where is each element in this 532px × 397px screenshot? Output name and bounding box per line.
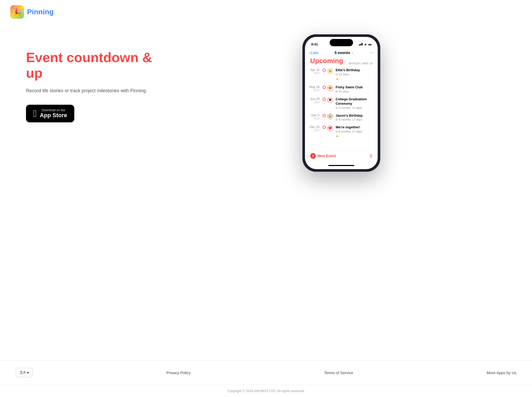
event-star-icon: ★: [336, 77, 374, 81]
event-month-day: Apr 10: [309, 68, 320, 72]
list-item[interactable]: Dec 15 2024 ❤️ We're together! In 8 mont…: [309, 125, 374, 138]
chevron-left-icon: ‹: [309, 51, 310, 55]
timeline-line: [324, 117, 324, 121]
timeline-line: [324, 101, 324, 105]
event-icon: 😀: [327, 114, 333, 119]
event-star-icon: ★: [336, 134, 374, 138]
event-year: 2024: [309, 89, 320, 92]
event-icon: 🎓: [327, 97, 333, 103]
translate-icon: 文A: [19, 370, 25, 375]
timeline-dot: [323, 126, 326, 129]
event-name: Fishy Swim Club: [336, 85, 374, 90]
app-icon: 🎉: [10, 5, 24, 19]
bottom-bar: + New Event ⚲: [305, 150, 378, 163]
timeline-line: [324, 89, 324, 93]
nav-center-title[interactable]: 5 events ⌄: [335, 50, 354, 55]
events-list: Apr 10 2024 😊 Ellie's Birthday In 23 day…: [309, 68, 374, 138]
event-name: We're together!: [336, 125, 374, 130]
wifi-icon: ▲: [364, 42, 367, 46]
site-header: 🎉 Pinning: [0, 0, 532, 24]
event-icon: 😊: [327, 68, 333, 74]
signal-bars-icon: [359, 43, 363, 45]
copyright-text: Copyright © 2024 ANYBOX LTD. All rights …: [0, 385, 532, 397]
nav-chevron-down-icon: ⌄: [351, 51, 354, 54]
status-icons: ▲ ▬: [359, 42, 371, 46]
plus-icon: +: [310, 153, 316, 159]
status-bar: 9:41 ▲ ▬: [305, 37, 378, 48]
battery-icon: ▬: [368, 42, 371, 46]
terms-of-service-link[interactable]: Terms of Service: [324, 370, 353, 375]
left-panel: Event countdown & up Record life stories…: [26, 34, 156, 122]
event-month-day: Dec 5: [309, 114, 320, 117]
nav-bar: ‹ Lists 5 events ⌄ ···: [305, 48, 378, 57]
list-item[interactable]: Jun 29 2024 🎓 College GraduationCeremony…: [309, 97, 374, 109]
event-countdown: In 3 months, 11 days: [336, 106, 374, 109]
event-month-day: Jun 29: [309, 97, 320, 101]
event-countdown: In 8 months, 17 days: [336, 118, 374, 121]
dynamic-island: [330, 39, 353, 46]
upcoming-title: Upcoming: [310, 57, 343, 65]
apple-logo-icon: : [33, 109, 37, 118]
more-apps-link[interactable]: More Apps by Us: [487, 370, 516, 375]
event-countdown: In 8 months, 27 days: [336, 130, 374, 133]
event-month-day: Dec 15: [309, 125, 320, 129]
list-item[interactable]: May 18 2024 🐠 Fishy Swim Club In 61 days: [309, 85, 374, 93]
privacy-policy-link[interactable]: Privacy Policy: [166, 370, 190, 375]
phone-screen: 9:41 ▲ ▬: [305, 37, 378, 169]
back-button[interactable]: ‹ Lists: [309, 51, 318, 55]
event-year: 2024: [309, 101, 320, 104]
event-name: College GraduationCeremony: [336, 97, 374, 106]
phone-mockup-container: 9:41 ▲ ▬: [177, 34, 506, 172]
timeline-dot: [323, 69, 326, 72]
timeline-line: [324, 72, 324, 76]
hero-title: Event countdown & up: [26, 50, 156, 81]
event-icon: ❤️: [327, 125, 333, 131]
lang-dropdown-chevron: ▾: [27, 370, 29, 375]
main-content: Event countdown & up Record life stories…: [0, 24, 532, 360]
event-year: 2024: [309, 72, 320, 75]
home-indicator: [328, 165, 354, 166]
back-label: Lists: [311, 51, 318, 55]
event-month-day: May 18: [309, 85, 320, 89]
screen-content: Upcoming MONDAY, MAR 18 Apr 10 2024 😊 El…: [305, 57, 378, 148]
upcoming-header: Upcoming MONDAY, MAR 18: [309, 57, 374, 65]
app-store-button[interactable]:  Download on the App Store: [26, 105, 74, 123]
app-name: Pinning: [27, 8, 54, 16]
more-options-button[interactable]: ···: [370, 50, 374, 55]
list-item[interactable]: Apr 10 2024 😊 Ellie's Birthday In 23 day…: [309, 68, 374, 81]
app-store-top-text: Download on the: [40, 108, 67, 112]
timeline-dot: [323, 98, 326, 101]
search-icon[interactable]: ⚲: [369, 154, 373, 158]
timeline-dot: [323, 114, 326, 117]
event-countdown: In 23 days: [336, 73, 374, 76]
event-name: Jason's Birthday: [336, 114, 374, 118]
list-item[interactable]: Dec 5 2024 😀 Jason's Birthday In 8 month…: [309, 114, 374, 121]
event-icon: 🐠: [327, 85, 333, 91]
upcoming-date: MONDAY, MAR 18: [349, 62, 373, 65]
footer-nav: 文A ▾ Privacy Policy Terms of Service Mor…: [0, 360, 532, 385]
hero-subtitle: Record life stories or track project mil…: [26, 87, 156, 94]
event-countdown: In 61 days: [336, 90, 374, 93]
language-selector[interactable]: 文A ▾: [16, 368, 33, 377]
event-year: 2024: [309, 117, 320, 120]
new-event-label: New Event: [317, 154, 336, 158]
phone-outer: 9:41 ▲ ▬: [302, 34, 380, 172]
new-event-button[interactable]: + New Event: [310, 153, 336, 159]
app-store-bottom-text: App Store: [40, 112, 67, 119]
event-year: 2024: [309, 129, 320, 132]
nav-events-count: 5 events: [335, 50, 350, 55]
timeline-dot: [323, 86, 326, 89]
status-time: 9:41: [311, 42, 318, 46]
event-name: Ellie's Birthday: [336, 68, 374, 72]
